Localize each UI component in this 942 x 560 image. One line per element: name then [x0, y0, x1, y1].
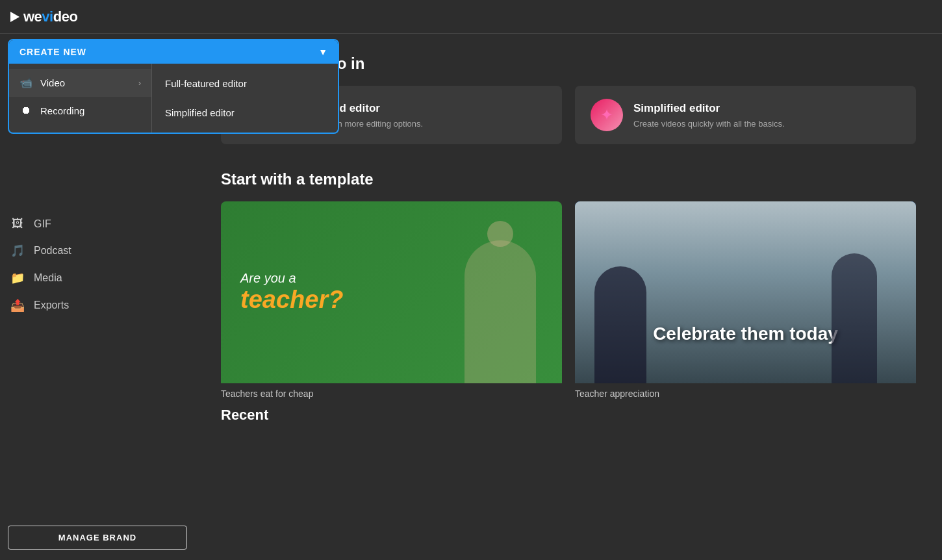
- simplified-editor-text: Simplified editor Create videos quickly …: [633, 102, 785, 129]
- dropdown-item-video[interactable]: 📹 Video ›: [9, 69, 151, 97]
- gif-icon: 🖼: [10, 217, 25, 231]
- sparkle-icon: ✦: [600, 106, 613, 124]
- record-circle-icon: ⏺: [19, 105, 32, 116]
- chevron-right-icon: ›: [138, 79, 141, 88]
- app-header: wevideo: [0, 0, 942, 34]
- teacher-line1: Are you a: [240, 271, 343, 286]
- recent-title: Recent: [221, 407, 916, 424]
- template-card-teachers[interactable]: Are you a teacher? Teachers eat for chea…: [221, 201, 562, 399]
- export-box-icon: 📤: [10, 298, 25, 312]
- logo[interactable]: wevideo: [10, 8, 77, 25]
- sidebar-nav: 🖼 GIF 🎵 Podcast 📁 Media 📤 Exports: [0, 205, 195, 319]
- dropdown-right-column: Full-featured editor Simplified editor: [152, 64, 338, 133]
- template-teachers-label: Teachers eat for cheap: [221, 388, 562, 399]
- template-appreciation-label: Teacher appreciation: [575, 388, 916, 399]
- dropdown-button-label: CREATE NEW: [19, 47, 86, 57]
- dropdown-item-recording[interactable]: ⏺ Recording: [9, 97, 151, 124]
- sidebar-podcast-label: Podcast: [34, 245, 71, 257]
- video-cam-icon: 📹: [19, 77, 32, 89]
- star-folder-icon: 📁: [10, 271, 25, 285]
- simplified-label: Simplified editor: [165, 107, 235, 118]
- sidebar-item-podcast[interactable]: 🎵 Podcast: [0, 237, 195, 264]
- celebrate-text: Celebrate them today: [653, 324, 838, 344]
- template-section-title: Start with a template: [221, 170, 916, 188]
- template-thumb-appreciation: Celebrate them today: [575, 201, 916, 383]
- dropdown-chevron-icon: ▼: [318, 47, 327, 57]
- dropdown-video-label: Video: [40, 77, 131, 88]
- dropdown-simplified-item[interactable]: Simplified editor: [152, 98, 338, 127]
- dropdown-recording-label: Recording: [40, 105, 141, 116]
- simplified-editor-title: Simplified editor: [633, 102, 785, 115]
- sidebar-item-exports[interactable]: 📤 Exports: [0, 292, 195, 319]
- main-layout: CREATE NEW ▼ CREATE NEW ▼ 📹 Video ›: [0, 34, 942, 560]
- template-cards: Are you a teacher? Teachers eat for chea…: [221, 201, 916, 399]
- teacher-line2: teacher?: [240, 286, 343, 314]
- manage-brand-label: MANAGE BRAND: [58, 533, 136, 542]
- music-note-icon: 🎵: [10, 244, 25, 258]
- simplified-editor-desc: Create videos quickly with all the basic…: [633, 119, 785, 129]
- sidebar-bottom: MANAGE BRAND: [0, 515, 195, 560]
- full-featured-label: Full-featured editor: [165, 78, 247, 89]
- template-thumb-teachers: Are you a teacher?: [221, 201, 562, 383]
- sidebar-gif-label: GIF: [34, 218, 51, 230]
- dropdown-left-column: 📹 Video › ⏺ Recording: [9, 64, 152, 133]
- dropdown-full-featured-item[interactable]: Full-featured editor: [152, 69, 338, 98]
- manage-brand-button[interactable]: MANAGE BRAND: [8, 526, 187, 550]
- sidebar-media-label: Media: [34, 272, 62, 284]
- sidebar: CREATE NEW ▼ CREATE NEW ▼ 📹 Video ›: [0, 34, 195, 560]
- logo-text: wevideo: [23, 8, 77, 25]
- sidebar-item-gif[interactable]: 🖼 GIF: [0, 210, 195, 237]
- sidebar-exports-label: Exports: [34, 299, 69, 311]
- simplified-editor-icon: ✦: [591, 99, 623, 131]
- logo-play-icon: [10, 12, 19, 22]
- template-card-appreciation[interactable]: Celebrate them today Teacher appreciatio…: [575, 201, 916, 399]
- simplified-editor-card[interactable]: ✦ Simplified editor Create videos quickl…: [575, 86, 916, 144]
- dropdown-body: 📹 Video › ⏺ Recording Full-featured edit…: [9, 64, 338, 133]
- create-new-dropdown: CREATE NEW ▼ 📹 Video › ⏺ Recording: [8, 39, 339, 134]
- dropdown-header-button[interactable]: CREATE NEW ▼: [9, 40, 338, 64]
- sidebar-item-media[interactable]: 📁 Media: [0, 264, 195, 292]
